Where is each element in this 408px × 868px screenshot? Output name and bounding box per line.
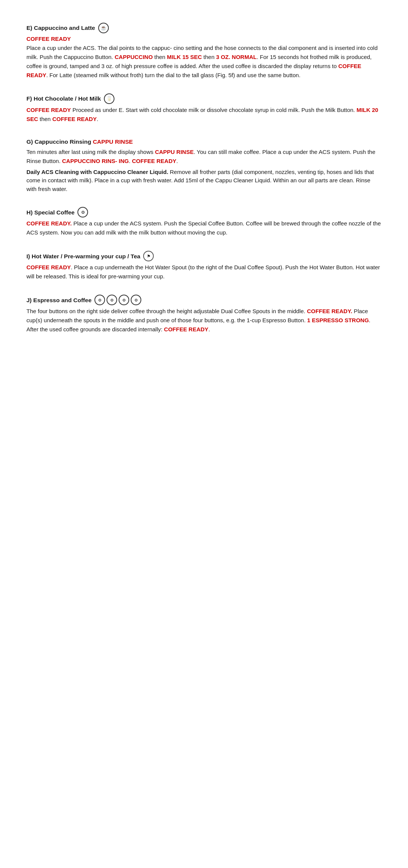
status-text: COFFEE READY.	[307, 308, 352, 314]
body-text-span: then	[38, 116, 53, 122]
body-text-span: The four buttons on the right side deliv…	[26, 308, 307, 314]
espresso-button-icon: ⊙	[119, 295, 129, 305]
body-block: COFFEE READY Proceed as under E. Start w…	[26, 106, 382, 124]
section-header: F) Hot Chocolate / Hot Milk🥛	[26, 93, 382, 104]
section-header: G) Cappuccino Rinsing CAPPU RINSE	[26, 137, 382, 146]
section-header: I) Hot Water / Pre-warming your cup / Te…	[26, 251, 382, 261]
status-text: 1 ESPRESSO STRONG	[307, 317, 369, 323]
body-block: Place a cup under the ACS. The dial poin…	[26, 43, 382, 80]
section-header: J) Espresso and Coffee⊙⊙⊙⊙	[26, 295, 382, 305]
section-f: F) Hot Chocolate / Hot Milk🥛COFFEE READY…	[26, 93, 382, 124]
bold-text: Daily ACS Cleaning with Cappuccino Clean…	[26, 169, 168, 175]
section-title: I) Hot Water / Pre-warming your cup / Te…	[26, 252, 140, 261]
section-h: H) Special Coffee⊙COFFEE READY. Place a …	[26, 207, 382, 237]
espresso-button-icon: ⊙	[107, 295, 117, 305]
status-text: COFFEE READY	[52, 116, 97, 122]
espresso-button-icon: ⊙	[94, 295, 105, 305]
body-text-span: .	[176, 158, 178, 164]
body-text-span: Place a cup under the ACS system. Push t…	[26, 220, 381, 236]
espresso-button-icon: ⊙	[131, 295, 141, 305]
button-icon: 🥛	[104, 93, 114, 104]
status-text: CAPPUCCINO	[114, 54, 153, 60]
body-block: COFFEE READY. Place a cup underneath the…	[26, 263, 382, 281]
body-text-span: then	[202, 54, 216, 60]
section-title: E) Cappuccino and Latte	[26, 23, 95, 32]
body-text-span: then	[153, 54, 167, 60]
body-block: Ten minutes after last using milk the di…	[26, 148, 382, 166]
section-i: I) Hot Water / Pre-warming your cup / Te…	[26, 251, 382, 281]
body-text-span: .	[97, 116, 98, 122]
status-text: CAPPUCCINO RINS- ING	[62, 158, 129, 164]
section-title: F) Hot Chocolate / Hot Milk	[26, 94, 101, 103]
status-text: CAPPU RINSE	[155, 149, 194, 155]
status-text: COFFEE READY	[164, 326, 209, 332]
section-title: J) Espresso and Coffee	[26, 296, 91, 304]
body-text-span: Proceed as under E. Start with cold choc…	[71, 107, 357, 113]
section-header: E) Cappuccino and Latte☕	[26, 23, 382, 33]
section-e: E) Cappuccino and Latte☕COFFEE READYPlac…	[26, 23, 382, 80]
hot-water-icon: ⚑	[143, 251, 154, 261]
status-text: COFFEE READY	[132, 158, 176, 164]
header-red-text: CAPPU RINSE	[93, 138, 133, 145]
status-text: 3 OZ. NORMAL	[216, 54, 257, 60]
body-block: The four buttons on the right side deliv…	[26, 307, 382, 334]
body-text-span: .	[129, 158, 132, 164]
body-text-span: Ten minutes after last using milk the di…	[26, 149, 155, 155]
status-text: MILK 15 SEC	[167, 54, 202, 60]
coffee-ready-label: COFFEE READY	[26, 35, 382, 43]
section-header: H) Special Coffee⊙	[26, 207, 382, 217]
espresso-icon-row: ⊙⊙⊙⊙	[94, 295, 141, 305]
status-text: COFFEE READY.	[26, 220, 72, 227]
status-text: COFFEE READY	[26, 107, 71, 113]
body-text-span: . Place a cup underneath the Hot Water S…	[26, 264, 380, 279]
status-text: COFFEE READY	[26, 264, 71, 270]
section-title: H) Special Coffee	[26, 208, 74, 217]
app-container: E) Cappuccino and Latte☕COFFEE READYPlac…	[26, 23, 382, 334]
button-icon: ⊙	[77, 207, 88, 217]
section-j: J) Espresso and Coffee⊙⊙⊙⊙The four butto…	[26, 295, 382, 334]
body-text-span: .	[209, 326, 210, 332]
body-text-span: . For Latte (steamed milk without froth)…	[46, 72, 301, 78]
button-icon: ☕	[98, 23, 109, 33]
body-block: Daily ACS Cleaning with Cappuccino Clean…	[26, 168, 382, 194]
body-block: COFFEE READY. Place a cup under the ACS …	[26, 219, 382, 237]
section-g: G) Cappuccino Rinsing CAPPU RINSETen min…	[26, 137, 382, 194]
section-title: G) Cappuccino Rinsing CAPPU RINSE	[26, 137, 133, 146]
